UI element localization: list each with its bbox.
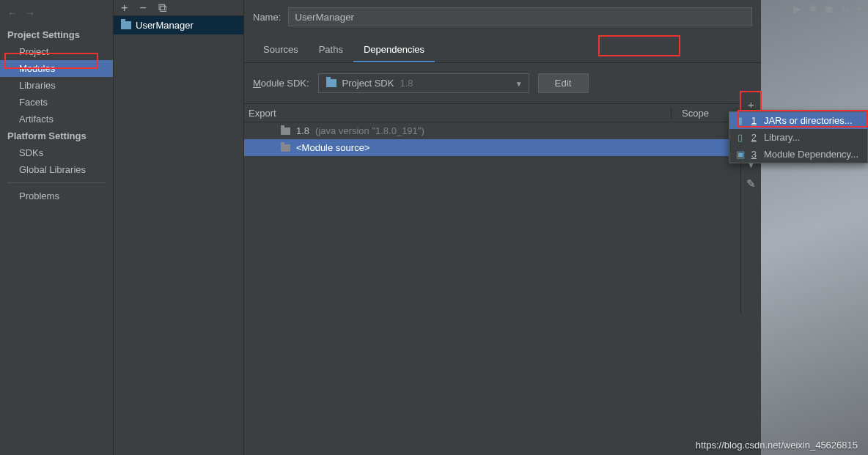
settings-sidebar: ← → Project Settings Project Modules Lib… [0,0,114,455]
run-icon[interactable]: ▶ [793,3,801,15]
sync-icon[interactable]: ↻ [841,3,850,15]
nav-back-icon[interactable]: ← [7,7,18,19]
stop-icon[interactable]: ◼ [825,3,834,15]
module-editor-panel: Name: Sources Paths Dependencies Module … [244,0,761,455]
nav-forward-icon[interactable]: → [25,7,35,19]
module-tree-panel: + − ⧉ UserManager [114,0,244,455]
add-dependency-popup: ▮ 1 JARs or directories... ▯ 2 Library..… [729,111,868,163]
popup-item-module-dependency[interactable]: ▣ 3 Module Dependency... [729,146,867,163]
copy-module-icon[interactable]: ⧉ [158,1,166,15]
tab-sources[interactable]: Sources [253,40,309,62]
sidebar-item-global-libraries[interactable]: Global Libraries [0,161,113,178]
remove-module-icon[interactable]: − [139,1,146,15]
add-module-icon[interactable]: + [121,1,128,15]
chevron-down-icon: ▼ [515,80,523,88]
add-dependency-icon[interactable]: + [748,98,754,111]
sidebar-item-problems[interactable]: Problems [0,188,113,204]
dependency-row[interactable]: <Module source> [244,139,761,156]
tab-paths[interactable]: Paths [309,40,353,62]
sidebar-item-libraries[interactable]: Libraries [0,77,113,94]
column-header-export[interactable]: Export [244,108,671,119]
dependency-name: <Module source> [296,142,369,153]
sidebar-item-project[interactable]: Project [0,43,113,60]
dependency-row[interactable]: 1.8 (java version "1.8.0_191") [244,122,761,139]
module-name-label: Name: [253,12,281,23]
module-sdk-select[interactable]: Project SDK 1.8 ▼ [318,73,529,93]
sdk-select-value: Project SDK [342,78,394,89]
sidebar-item-artifacts[interactable]: Artifacts [0,111,113,127]
popup-item-label: Module Dependency... [764,149,858,160]
module-folder-icon [121,21,131,29]
library-icon: ▯ [735,132,746,143]
jar-icon: ▮ [735,115,746,126]
popup-item-library[interactable]: ▯ 2 Library... [729,129,867,146]
column-header-scope[interactable]: Scope [671,108,729,119]
edit-sdk-button[interactable]: Edit [538,73,589,93]
project-settings-heading: Project Settings [0,26,113,43]
sidebar-item-facets[interactable]: Facets [0,94,113,111]
debug-icon[interactable]: ✱ [809,3,817,15]
module-sdk-label: Module SDK: [253,78,309,89]
module-source-folder-icon [281,144,290,152]
popup-item-label: Library... [764,132,801,143]
background-window: ▶ ✱ ◼ ↻ ▾ [761,0,868,455]
jdk-folder-icon [281,127,290,135]
popup-item-label: JARs or directories... [764,115,853,126]
chevron-down-icon[interactable]: ▾ [857,3,862,15]
dependencies-table: Export Scope 1.8 (java version "1.8.0_19… [244,103,761,156]
dependency-name: 1.8 [296,125,309,136]
sidebar-item-modules[interactable]: Modules [0,60,113,77]
module-name-input[interactable] [288,7,752,26]
module-tree-item[interactable]: UserManager [114,16,243,34]
sidebar-item-sdks[interactable]: SDKs [0,144,113,161]
module-dep-icon: ▣ [735,149,746,160]
edit-dependency-icon[interactable]: ✎ [746,177,756,190]
popup-item-jars[interactable]: ▮ 1 JARs or directories... [729,112,867,129]
sdk-folder-icon [326,79,336,87]
dependency-detail: (java version "1.8.0_191") [315,125,424,136]
platform-settings-heading: Platform Settings [0,127,113,144]
module-tree-label: UserManager [136,20,194,31]
tab-dependencies[interactable]: Dependencies [353,40,435,62]
watermark-text: https://blog.csdn.net/weixin_45626815 [696,440,858,451]
sdk-select-version: 1.8 [400,78,413,89]
